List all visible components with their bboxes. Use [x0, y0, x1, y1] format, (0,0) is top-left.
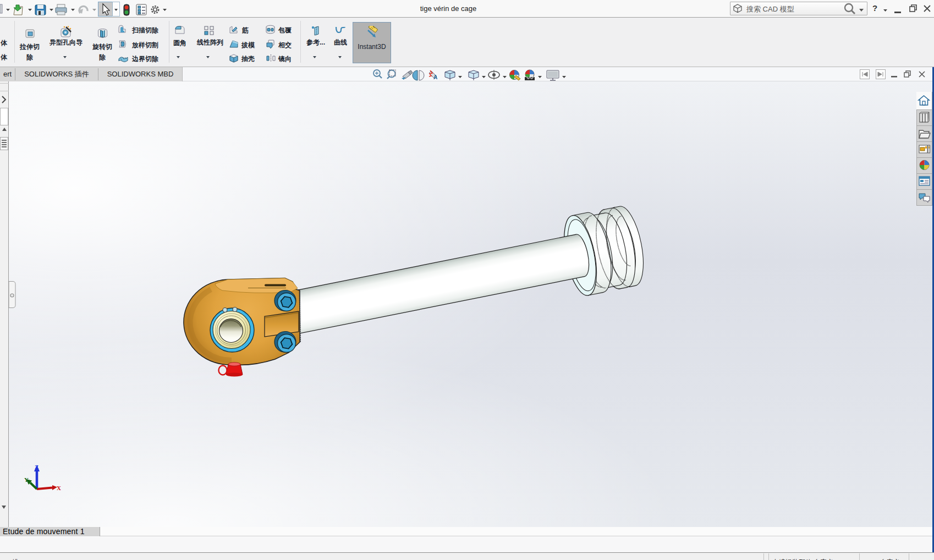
svg-text:X: X: [57, 485, 61, 491]
svg-text:Z: Z: [35, 464, 39, 470]
svg-text:A: A: [433, 74, 437, 80]
svg-text:Y: Y: [24, 476, 29, 483]
